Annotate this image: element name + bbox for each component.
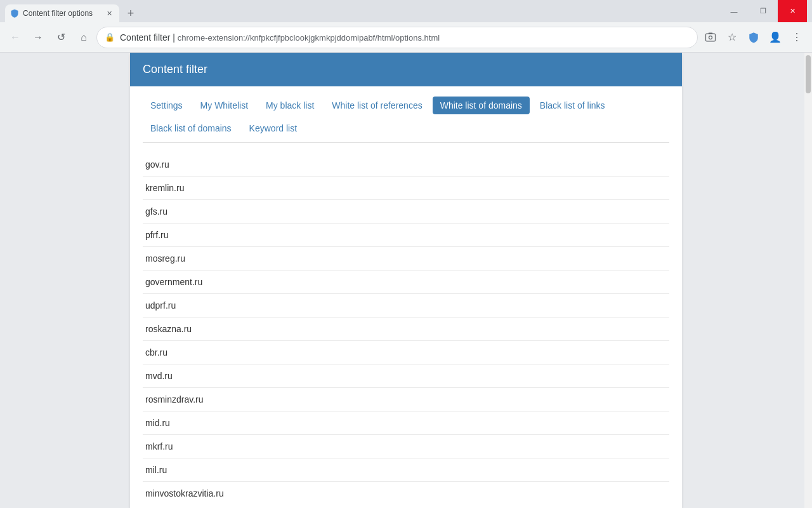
svg-point-1 — [709, 36, 712, 39]
tab-keyword-list[interactable]: Keyword list — [242, 119, 304, 137]
profile-button[interactable]: 👤 — [765, 27, 785, 48]
url-text: chrome-extension://knfpkcfjfpbclookjgkmk… — [178, 33, 440, 43]
domain-list: gov.rukremlin.rugfs.rupfrf.rumosreg.rugo… — [143, 153, 669, 505]
domain-list-item: cbr.ru — [143, 341, 669, 364]
tab-settings[interactable]: Settings — [143, 97, 190, 114]
card-header: Content filter — [130, 53, 682, 86]
address-bar[interactable]: 🔒 Content filter | chrome-extension://kn… — [96, 27, 698, 48]
minimize-button[interactable]: — — [719, 0, 749, 22]
domain-list-item: mid.ru — [143, 411, 669, 435]
forward-button[interactable]: → — [28, 27, 48, 48]
domain-list-item: mil.ru — [143, 458, 669, 482]
page-content: Content filter Settings My Whitelist My … — [0, 53, 812, 508]
tab-title: Content filter options — [23, 9, 100, 18]
tabs-area: Content filter options ✕ + — [5, 0, 714, 22]
svg-rect-0 — [706, 34, 716, 41]
back-button[interactable]: ← — [5, 27, 25, 48]
domain-list-item: udprf.ru — [143, 294, 669, 318]
domain-list-item: mvd.ru — [143, 364, 669, 388]
browser-tab[interactable]: Content filter options ✕ — [5, 4, 119, 22]
domain-list-item: rosminzdrav.ru — [143, 388, 669, 411]
domain-list-item: minvostokrazvitia.ru — [143, 482, 669, 505]
domain-list-item: government.ru — [143, 271, 669, 294]
breadcrumb-separator: | — [173, 32, 178, 43]
home-button[interactable]: ⌂ — [74, 27, 94, 48]
tab-my-black-list[interactable]: My black list — [258, 97, 322, 114]
domain-list-item: gfs.ru — [143, 200, 669, 224]
scrollbar-thumb[interactable] — [806, 55, 811, 93]
new-tab-button[interactable]: + — [122, 4, 140, 22]
tab-black-list-links[interactable]: Black list of links — [532, 97, 613, 114]
domain-list-item: roskazna.ru — [143, 318, 669, 341]
menu-button[interactable]: ⋮ — [787, 27, 807, 48]
domain-list-item: mosreg.ru — [143, 247, 669, 271]
domain-list-item: pfrf.ru — [143, 224, 669, 247]
main-card: Content filter Settings My Whitelist My … — [130, 53, 682, 508]
lock-icon: 🔒 — [105, 32, 115, 42]
title-bar: Content filter options ✕ + — ❐ ✕ — [0, 0, 812, 22]
domain-list-item: mkrf.ru — [143, 435, 669, 458]
bookmark-button[interactable]: ☆ — [722, 27, 742, 48]
tab-close-button[interactable]: ✕ — [104, 8, 114, 18]
scrollbar[interactable] — [804, 53, 812, 508]
tab-white-list-references[interactable]: White list of references — [324, 97, 429, 114]
maximize-button[interactable]: ❐ — [749, 0, 778, 22]
card-body: Settings My Whitelist My black list Whit… — [130, 86, 682, 508]
address-breadcrumb: Content filter | chrome-extension://knfp… — [120, 32, 690, 43]
reload-button[interactable]: ↺ — [51, 27, 71, 48]
window-controls: — ❐ ✕ — [719, 0, 807, 22]
tabs-navigation: Settings My Whitelist My black list Whit… — [143, 97, 669, 143]
svg-rect-2 — [709, 32, 713, 34]
tab-my-whitelist[interactable]: My Whitelist — [193, 97, 256, 114]
domain-list-item: kremlin.ru — [143, 177, 669, 200]
tab-black-list-domains[interactable]: Black list of domains — [143, 119, 239, 137]
page-title: Content filter — [143, 63, 207, 76]
browser-frame: Content filter options ✕ + — ❐ ✕ ← → ↺ ⌂… — [0, 0, 812, 508]
tab-white-list-domains[interactable]: White list of domains — [433, 97, 530, 114]
tab-shield-icon — [10, 9, 19, 18]
screenshot-button[interactable] — [700, 27, 721, 48]
shield-button[interactable] — [743, 27, 764, 48]
browser-toolbar: ← → ↺ ⌂ 🔒 Content filter | chrome-extens… — [0, 22, 812, 53]
domain-list-item: gov.ru — [143, 153, 669, 177]
breadcrumb-label: Content filter — [120, 32, 170, 43]
close-button[interactable]: ✕ — [778, 0, 807, 22]
toolbar-actions: ☆ 👤 ⋮ — [700, 27, 807, 48]
